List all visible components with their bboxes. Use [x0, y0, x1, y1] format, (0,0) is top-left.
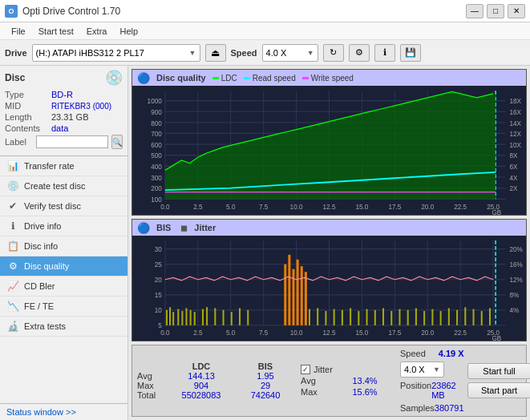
- svg-text:10.0: 10.0: [290, 202, 303, 211]
- ldc-legend-label: LDC: [221, 74, 237, 83]
- chart-quality-area: 1000 900 800 700 600 500 400 300 200 100…: [132, 86, 526, 215]
- svg-rect-119: [317, 309, 318, 325]
- drive-toolbar: Drive (H:) ATAPI iHBS312 2 PL17 ▼ ⏏ Spee…: [0, 40, 530, 66]
- menu-file[interactable]: File: [5, 25, 32, 38]
- svg-rect-124: [358, 311, 359, 325]
- maximize-button[interactable]: □: [487, 4, 504, 18]
- menu-extra[interactable]: Extra: [80, 25, 114, 38]
- svg-rect-109: [231, 312, 233, 325]
- svg-text:2.5: 2.5: [193, 328, 202, 337]
- drive-selector[interactable]: (H:) ATAPI iHBS312 2 PL17 ▼: [32, 44, 200, 62]
- close-button[interactable]: ✕: [508, 4, 525, 18]
- avg-ldc-value: 144.13: [169, 371, 233, 381]
- sidebar-item-transfer-rate[interactable]: 📊 Transfer rate: [0, 156, 127, 176]
- chart-jitter-title-label: Jitter: [194, 223, 216, 232]
- right-panel: 🔵 Disc quality LDC Read speed Write spee…: [128, 66, 530, 420]
- settings-button[interactable]: ⚙: [349, 44, 370, 62]
- svg-text:17.5: 17.5: [388, 202, 401, 211]
- length-value: 23.31 GB: [51, 112, 88, 122]
- svg-text:4X: 4X: [510, 173, 518, 182]
- refresh-button[interactable]: ↻: [323, 44, 344, 62]
- svg-rect-106: [206, 307, 208, 325]
- mid-label: MID: [5, 101, 51, 111]
- svg-rect-133: [431, 309, 433, 325]
- svg-text:8%: 8%: [510, 291, 520, 300]
- speed-selector[interactable]: 4.0 X ▼: [262, 44, 318, 62]
- bis-jitter-chart: 🔵 BIS ◼ Jitter: [131, 219, 527, 341]
- svg-rect-130: [407, 310, 409, 325]
- window-title: Opti Drive Control 1.70: [22, 6, 120, 17]
- label-input[interactable]: [36, 135, 108, 148]
- sidebar-item-drive-info[interactable]: ℹ Drive info: [0, 216, 127, 236]
- label-search-button[interactable]: 🔍: [111, 135, 123, 149]
- sidebar-item-disc-info[interactable]: 📋 Disc info: [0, 236, 127, 256]
- svg-rect-103: [190, 310, 192, 325]
- svg-text:10X: 10X: [510, 140, 522, 149]
- nav-label-verify-test-disc: Verify test disc: [24, 201, 81, 211]
- speed-current-value: 4.19 X: [439, 349, 464, 358]
- avg-label: Avg: [137, 371, 169, 381]
- contents-value: data: [51, 123, 68, 133]
- jitter-checkbox-row[interactable]: ✓ Jitter: [301, 365, 397, 374]
- sidebar-item-cd-bler[interactable]: 📈 CD Bler: [0, 277, 127, 297]
- svg-text:15.0: 15.0: [355, 202, 368, 211]
- chart-quality-icon: 🔵: [137, 72, 150, 84]
- menu-help[interactable]: Help: [113, 25, 144, 38]
- svg-text:7.5: 7.5: [259, 328, 268, 337]
- start-full-button[interactable]: Start full: [467, 363, 530, 379]
- start-part-button[interactable]: Start part: [467, 382, 530, 398]
- jitter-checkbox[interactable]: ✓: [301, 365, 310, 374]
- create-test-disc-icon: 💿: [6, 180, 19, 192]
- chart-quality-title: Disc quality: [156, 73, 206, 83]
- chart-quality-header: 🔵 Disc quality LDC Read speed Write spee…: [132, 70, 526, 86]
- svg-text:300: 300: [151, 173, 162, 182]
- sidebar-item-create-test-disc[interactable]: 💿 Create test disc: [0, 176, 127, 196]
- svg-rect-100: [177, 309, 179, 325]
- svg-rect-116: [301, 266, 303, 325]
- svg-rect-128: [390, 311, 392, 325]
- svg-text:6X: 6X: [510, 162, 518, 171]
- app-icon: O: [5, 5, 18, 18]
- svg-text:16%: 16%: [510, 260, 523, 269]
- speed-test-selector[interactable]: 4.0 X ▼: [400, 361, 444, 378]
- sidebar-item-disc-quality[interactable]: ⚙ Disc quality: [0, 256, 127, 277]
- sidebar-item-verify-test-disc[interactable]: ✔ Verify test disc: [0, 196, 127, 216]
- jitter-label: Jitter: [314, 365, 333, 374]
- minimize-button[interactable]: —: [466, 4, 483, 18]
- chart-bis-header: 🔵 BIS ◼ Jitter: [132, 220, 526, 236]
- svg-rect-101: [181, 311, 183, 325]
- svg-text:12%: 12%: [510, 276, 523, 285]
- svg-rect-135: [448, 309, 450, 325]
- save-button[interactable]: 💾: [400, 44, 421, 62]
- menu-bar: File Start test Extra Help: [0, 22, 530, 40]
- disc-quality-icon: ⚙: [6, 260, 19, 272]
- transfer-rate-icon: 📊: [6, 160, 19, 172]
- svg-text:20%: 20%: [510, 245, 523, 254]
- svg-text:200: 200: [151, 184, 162, 193]
- svg-text:1000: 1000: [148, 97, 162, 106]
- svg-rect-99: [172, 312, 174, 325]
- svg-rect-125: [366, 309, 368, 325]
- status-window-label[interactable]: Status window >>: [6, 407, 76, 417]
- svg-text:22.5: 22.5: [454, 202, 467, 211]
- status-window-link[interactable]: Status window >>: [0, 403, 127, 420]
- sidebar-item-fe-te[interactable]: 📉 FE / TE: [0, 297, 127, 317]
- sidebar-item-extra-tests[interactable]: 🔬 Extra tests: [0, 317, 127, 337]
- svg-rect-121: [334, 309, 335, 325]
- mid-value: RITEKBR3 (000): [51, 102, 111, 111]
- position-label: Position: [400, 381, 431, 400]
- svg-text:16X: 16X: [510, 107, 522, 116]
- svg-text:4%: 4%: [510, 306, 520, 315]
- chart-bis-svg: 30 25 20 15 10 5 20% 16% 12% 8% 4% 0.0 2…: [132, 236, 526, 341]
- title-bar: O Opti Drive Control 1.70 — □ ✕: [0, 0, 530, 22]
- svg-rect-114: [292, 269, 294, 325]
- eject-button[interactable]: ⏏: [205, 44, 226, 62]
- info-button[interactable]: ℹ: [374, 44, 395, 62]
- legend-ldc: LDC: [212, 74, 237, 83]
- type-value: BD-R: [51, 90, 73, 99]
- legend-read-speed: Read speed: [244, 74, 296, 83]
- svg-rect-136: [456, 310, 458, 325]
- menu-start-test[interactable]: Start test: [32, 25, 80, 38]
- svg-rect-98: [169, 307, 171, 325]
- nav-label-disc-info: Disc info: [24, 241, 58, 251]
